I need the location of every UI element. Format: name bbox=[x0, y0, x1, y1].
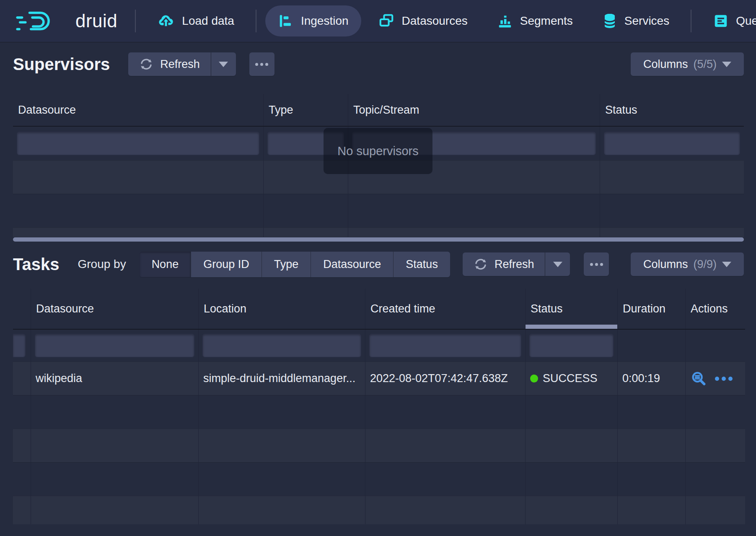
task-filter-datasource-input[interactable] bbox=[35, 334, 194, 357]
refresh-icon bbox=[474, 257, 488, 271]
group-by-status-button[interactable]: Status bbox=[393, 252, 450, 277]
task-created-time-cell: 2022-08-02T07:42:47.638Z bbox=[365, 362, 526, 395]
navbar: druid Load data Ingestion Datasources bbox=[0, 0, 756, 42]
tasks-refresh-button[interactable]: Refresh bbox=[463, 252, 545, 276]
group-by-button-group: None Group ID Type Datasource Status bbox=[140, 252, 450, 277]
group-by-type-button[interactable]: Type bbox=[261, 252, 311, 277]
columns-count: (5/5) bbox=[693, 58, 717, 71]
supervisors-more-button[interactable] bbox=[249, 52, 274, 76]
supervisors-table-header: Datasource Type Topic/Stream Status bbox=[13, 94, 744, 127]
columns-label: Columns bbox=[643, 258, 688, 271]
supervisors-toolbar: Supervisors Refresh Columns (5/5) bbox=[13, 49, 744, 80]
horizontal-scrollbar[interactable] bbox=[13, 237, 744, 242]
task-datasource-cell: wikipedia bbox=[31, 362, 199, 395]
group-by-datasource-button[interactable]: Datasource bbox=[311, 252, 393, 277]
group-by-group-id-button[interactable]: Group ID bbox=[191, 252, 261, 277]
tasks-filter-row bbox=[13, 330, 745, 362]
tasks-table-header: Datasource Location Created time Status … bbox=[13, 289, 745, 330]
group-by-none-button[interactable]: None bbox=[140, 252, 191, 277]
column-header-status[interactable]: Status bbox=[600, 94, 744, 126]
druid-brand[interactable]: druid bbox=[16, 9, 117, 33]
brand-name: druid bbox=[75, 10, 117, 31]
success-status-dot-icon bbox=[530, 375, 538, 382]
nav-services[interactable]: Services bbox=[590, 5, 682, 36]
tasks-title: Tasks bbox=[13, 255, 59, 274]
tasks-refresh-split-button: Refresh bbox=[463, 252, 570, 276]
task-row-wikipedia[interactable]: wikipedia simple-druid-middlemanager... … bbox=[13, 362, 745, 395]
refresh-label: Refresh bbox=[495, 258, 534, 271]
nav-item-label: Query bbox=[736, 14, 756, 28]
empty-row bbox=[13, 395, 745, 429]
column-header-type[interactable]: Type bbox=[264, 94, 348, 126]
filter-datasource-input[interactable] bbox=[17, 132, 259, 155]
chevron-down-icon bbox=[219, 62, 228, 67]
nav-item-label: Services bbox=[624, 14, 669, 28]
task-filter-location-input[interactable] bbox=[202, 334, 361, 357]
column-header-topic-stream[interactable]: Topic/Stream bbox=[348, 94, 600, 126]
datasources-icon bbox=[378, 13, 395, 29]
nav-load-data[interactable]: Load data bbox=[145, 5, 247, 36]
tasks-table: Datasource Location Created time Status … bbox=[13, 289, 745, 524]
chevron-down-icon bbox=[722, 262, 731, 267]
column-header-created-time[interactable]: Created time bbox=[365, 289, 526, 329]
tasks-more-button[interactable] bbox=[584, 252, 609, 276]
columns-label: Columns bbox=[643, 58, 688, 71]
supervisors-title: Supervisors bbox=[13, 55, 110, 74]
status-text: SUCCESS bbox=[543, 372, 598, 385]
column-header-location[interactable]: Location bbox=[199, 289, 365, 329]
column-header-datasource[interactable]: Datasource bbox=[13, 94, 264, 126]
segments-icon bbox=[497, 13, 513, 29]
column-header-status-sorted[interactable]: Status bbox=[526, 289, 618, 329]
task-filter-status-input[interactable] bbox=[529, 334, 614, 357]
services-icon bbox=[602, 13, 617, 29]
refresh-icon bbox=[139, 57, 153, 71]
tasks-columns-button[interactable]: Columns (9/9) bbox=[631, 252, 744, 276]
ingestion-icon bbox=[278, 13, 294, 29]
tasks-toolbar: Tasks Group by None Group ID Type Dataso… bbox=[13, 251, 744, 278]
nav-segments[interactable]: Segments bbox=[484, 5, 585, 36]
task-actions-cell bbox=[686, 362, 745, 395]
more-icon bbox=[590, 263, 593, 266]
task-detail-magnifier-icon[interactable] bbox=[690, 370, 707, 387]
query-icon bbox=[713, 13, 729, 29]
nav-query[interactable]: Query bbox=[700, 5, 756, 36]
empty-row bbox=[13, 496, 745, 524]
chevron-down-icon bbox=[553, 262, 562, 267]
column-header-datasource[interactable]: Datasource bbox=[31, 289, 199, 329]
cloud-upload-icon bbox=[157, 13, 175, 29]
task-filter-created-time-input[interactable] bbox=[369, 334, 521, 357]
task-status-cell: SUCCESS bbox=[526, 362, 618, 395]
empty-row bbox=[13, 227, 744, 237]
nav-datasources[interactable]: Datasources bbox=[365, 5, 480, 36]
columns-count: (9/9) bbox=[693, 258, 717, 271]
nav-divider bbox=[135, 10, 136, 32]
task-location-cell: simple-druid-middlemanager... bbox=[199, 362, 365, 395]
filter-status-input[interactable] bbox=[604, 132, 740, 155]
nav-item-label: Datasources bbox=[402, 14, 468, 28]
supervisors-columns-button[interactable]: Columns (5/5) bbox=[631, 52, 744, 76]
filter-hidden-column-input[interactable] bbox=[13, 334, 26, 357]
chevron-down-icon bbox=[722, 62, 731, 67]
column-header-actions[interactable]: Actions bbox=[686, 289, 745, 329]
supervisors-refresh-button[interactable]: Refresh bbox=[128, 52, 211, 76]
nav-item-label: Ingestion bbox=[301, 14, 349, 28]
nav-item-label: Segments bbox=[520, 14, 573, 28]
no-supervisors-message: No supervisors bbox=[324, 128, 432, 174]
nav-divider bbox=[691, 10, 691, 32]
refresh-label: Refresh bbox=[160, 58, 200, 71]
nav-divider bbox=[256, 10, 256, 32]
empty-row bbox=[13, 429, 745, 462]
group-by-label: Group by bbox=[78, 258, 126, 271]
empty-row bbox=[13, 462, 745, 496]
tasks-refresh-caret-button[interactable] bbox=[545, 252, 570, 276]
supervisors-table: Datasource Type Topic/Stream Status No s… bbox=[13, 94, 744, 237]
column-header-hidden bbox=[13, 289, 31, 329]
empty-row bbox=[13, 194, 744, 227]
task-duration-cell: 0:00:19 bbox=[618, 362, 686, 395]
nav-item-label: Load data bbox=[182, 14, 234, 28]
column-header-duration[interactable]: Duration bbox=[618, 289, 686, 329]
supervisors-refresh-caret-button[interactable] bbox=[211, 52, 236, 76]
nav-ingestion[interactable]: Ingestion bbox=[265, 5, 361, 36]
task-actions-more-icon[interactable] bbox=[715, 377, 733, 381]
more-icon bbox=[255, 63, 258, 66]
